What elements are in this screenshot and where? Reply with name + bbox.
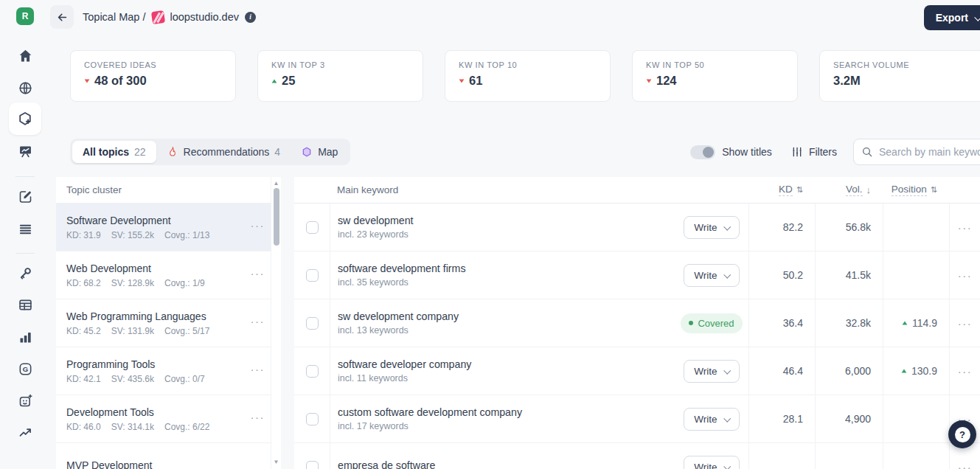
view-tabs: All topics 22 Recommendations 4 Map [70,139,350,165]
sidebar-divider [15,253,35,254]
search-box [853,139,980,165]
app-logo[interactable]: R [16,7,34,25]
filters-button[interactable]: Filters [791,146,837,158]
sidebar-item-table[interactable] [16,296,34,313]
tab-all-topics[interactable]: All topics 22 [72,141,156,163]
stat-card-covered-ideas: COVERED IDEAS 48 of 300 [70,50,236,102]
header-main-keyword: Main keyword [330,177,675,203]
row-checkbox[interactable] [306,365,319,378]
cluster-item[interactable]: Web Programming Languages KD: 45.2 SV: 1… [56,299,281,347]
topic-cluster-panel: Topic cluster Software Development KD: 3… [56,177,281,469]
position-value: 114.9 [883,299,949,347]
cluster-panel-header: Topic cluster [56,177,281,204]
row-menu-icon[interactable]: ··· [958,317,973,330]
sidebar-item-search-console[interactable]: G [16,360,34,378]
sidebar-item-audit[interactable] [16,79,34,97]
stat-card-search-volume: SEARCH VOLUME 3.2M [819,50,980,102]
keyword-text[interactable]: sw development [338,215,414,226]
sidebar-item-list[interactable] [16,220,34,237]
keyword-included: incl. 11 keywords [338,373,408,383]
g-badge-icon: G [18,361,33,377]
header-position-sort[interactable]: Position⇅ [883,177,949,203]
header-kd-sort[interactable]: KD⇅ [748,177,815,203]
tab-recommendations[interactable]: Recommendations 4 [156,141,291,163]
trend-down-icon [459,79,465,83]
table-row: software development firms incl. 35 keyw… [294,251,980,299]
keyword-text[interactable]: software development firms [338,263,465,274]
header-vol-sort[interactable]: Vol.↓ [815,177,883,203]
keyword-text[interactable]: empresa de software [338,459,435,469]
sidebar-item-content-editor[interactable] [16,187,34,205]
sidebar-item-analytics[interactable] [16,328,34,346]
help-button[interactable]: ? [948,420,976,448]
key-icon [18,265,33,281]
info-icon[interactable]: i [245,12,256,23]
table-row: sw development incl. 23 keywords Write 8… [294,204,980,251]
app-sidebar: R G [0,0,50,469]
cluster-menu-icon[interactable]: ··· [251,219,265,232]
sidebar-item-trends[interactable] [16,423,34,441]
cluster-menu-icon[interactable]: ··· [251,411,265,423]
position-up-icon [903,321,908,324]
cluster-menu-icon[interactable]: ··· [251,267,265,279]
scroll-down-icon[interactable]: ▼ [271,457,281,467]
scrollbar-thumb[interactable] [274,188,279,246]
sidebar-item-ai-assistant[interactable] [16,392,34,409]
cluster-item[interactable]: Software Development KD: 31.9 SV: 155.2k… [56,204,281,251]
stat-card-kw-top50: KW IN TOP 50 124 [632,50,798,102]
keyword-text[interactable]: software developer company [338,358,471,370]
sidebar-item-reports[interactable] [16,142,34,160]
row-checkbox[interactable] [306,413,319,425]
scroll-up-icon[interactable]: ▲ [271,178,281,188]
keyword-included: incl. 17 keywords [338,421,409,431]
back-button[interactable] [50,5,74,29]
row-menu-icon[interactable]: ··· [958,461,973,469]
row-menu-icon[interactable]: ··· [958,221,973,234]
row-checkbox[interactable] [306,317,319,330]
flame-icon [167,146,178,158]
export-button[interactable]: Export [924,5,980,30]
trend-up-icon [272,79,277,83]
write-button[interactable]: Write [684,408,739,431]
show-titles-toggle[interactable] [690,145,715,159]
cluster-item[interactable]: Web Development KD: 68.2 SV: 128.9k Covg… [56,251,281,299]
row-checkbox[interactable] [306,221,319,234]
row-checkbox[interactable] [306,461,319,469]
show-titles-label: Show titles [722,146,772,158]
row-menu-icon[interactable]: ··· [958,365,973,378]
cluster-scrollbar: ▲ ▼ [271,177,281,469]
write-button[interactable]: Write [684,360,739,383]
kd-value: 36.4 [748,299,815,347]
kd-value: 28.1 [748,395,815,442]
table-row: custom software development company incl… [294,395,980,443]
chevron-down-icon [723,414,731,422]
keyword-text[interactable]: sw development company [338,310,459,322]
tab-map[interactable]: Map [291,141,348,163]
compose-icon [18,189,33,204]
toggle-knob [703,147,714,158]
home-icon [18,48,33,63]
sidebar-item-topical-map-active[interactable] [9,103,41,135]
kd-value: 46.4 [748,347,815,395]
write-button[interactable]: Write [684,456,739,469]
presentation-chart-icon [18,144,33,159]
kd-value: 50.2 [748,251,815,299]
breadcrumb: Topical Map / loopstudio.dev i [83,11,256,24]
row-checkbox[interactable] [306,269,319,282]
cluster-menu-icon[interactable]: ··· [251,315,265,327]
cluster-item[interactable]: Programming Tools KD: 42.1 SV: 435.6k Co… [56,347,281,395]
row-menu-icon[interactable]: ··· [958,269,973,282]
cluster-item[interactable]: Development Tools KD: 46.0 SV: 314.1k Co… [56,395,281,443]
chevron-down-icon [723,223,731,230]
breadcrumb-domain[interactable]: loopstudio.dev [170,11,239,23]
keyword-included: incl. 35 keywords [338,277,409,288]
sidebar-item-keywords[interactable] [16,264,34,282]
cluster-menu-icon[interactable]: ··· [251,363,265,375]
cluster-item[interactable]: MVP Development [56,443,281,469]
write-button[interactable]: Write [684,264,739,287]
map-hexagon-icon [301,146,313,158]
search-input[interactable] [879,146,980,158]
write-button[interactable]: Write [684,216,739,239]
keyword-text[interactable]: custom software development company [338,406,522,418]
sidebar-item-home[interactable] [16,46,34,64]
